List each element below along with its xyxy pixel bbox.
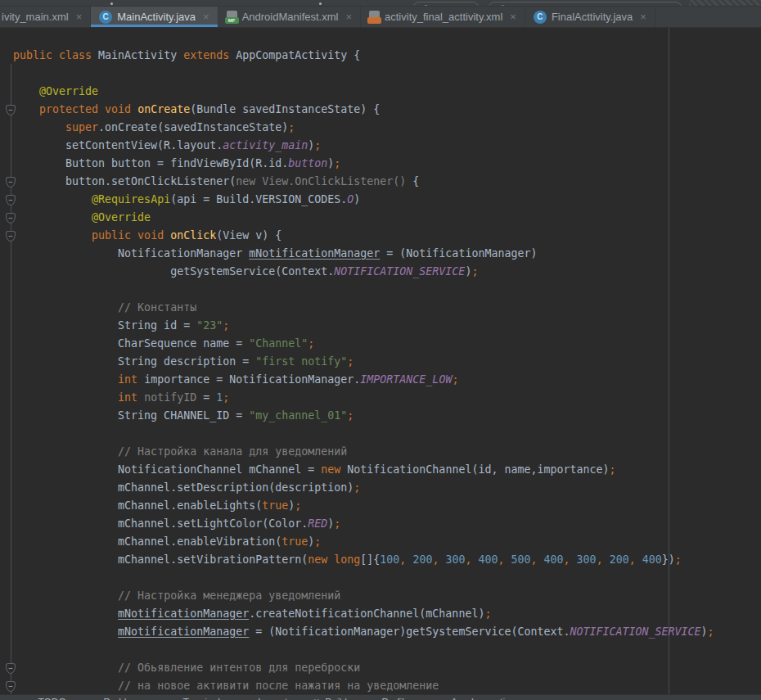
code-token: IMPORTANCE_LOW [360,373,452,386]
code-token: "Channel" [249,337,308,350]
code-token: button.setOnClickListener( [13,175,236,187]
tab-close-icon[interactable]: × [640,11,646,23]
code-token: ; [675,553,682,566]
tab-label: activity_final_acttivity.xml [385,11,502,23]
code-token: NOTIFICATION_SERVICE [334,265,465,278]
code-token [13,589,118,602]
code-token: int [118,391,144,404]
code-token: []{ [360,553,380,566]
status-item-terminal[interactable]: ▣Terminal [169,697,220,700]
code-token: extends [183,49,236,61]
code-token: ; [223,391,229,404]
code-token: @Override [92,211,151,224]
code-token: @Override [39,85,98,97]
code-token: String id = [13,319,196,332]
code-line: mNotificationManager = (NotificationMana… [13,623,714,641]
code-line: Button button = findViewById(R.id.button… [13,155,714,173]
code-token: // Константы [118,301,196,314]
manifest-badge: MF [225,17,239,24]
code-token: Button button = findViewById(R.id. [13,157,288,169]
code-token [13,373,118,386]
tab-close-icon[interactable]: × [76,11,83,23]
code-line: // Настройка менеджера уведомлений [13,587,714,605]
build-icon: ⚒ [312,698,320,700]
status-item-logcat[interactable]: ▤Logcat [245,697,287,700]
code-token: onClick [170,229,216,242]
code-token: String CHANNEL_ID = [13,409,249,422]
code-token: public void [92,229,170,242]
code-token: importance = NotificationManager. [144,373,360,386]
code-token [13,625,118,638]
code-line: public class MainActivity extends AppCom… [13,47,714,65]
code-token: ; [334,517,340,530]
tab-ivity-main-xml[interactable]: ivity_main.xml× [0,7,91,27]
code-area[interactable]: public class MainActivity extends AppCom… [13,47,714,694]
code-token: 200 [610,553,629,566]
code-token: CharSequence name = [13,337,249,350]
code-token: ; [347,409,353,422]
editor[interactable]: public class MainActivity extends AppCom… [0,28,761,694]
manifest-file-icon: MF [227,11,237,23]
code-line [13,425,714,443]
code-token: super [65,121,98,133]
editor-tabs: ivity_main.xml×CMainActivity.java×MFAndr… [0,7,761,28]
code-token: = (NotificationManager) [380,247,537,260]
code-token: public class [13,49,98,61]
status-item-label: Profiler [382,697,413,700]
code-line: // Константы [13,299,714,317]
status-item-todo[interactable]: ≡TODO [28,697,66,700]
tab-close-icon[interactable]: × [345,11,352,23]
tab-mainactivity-java[interactable]: CMainActivity.java× [91,7,218,27]
status-item-problems[interactable]: ◉Problems [91,697,145,700]
code-line: getSystemService(Context.NOTIFICATION_SE… [13,263,714,281]
app-inspection-icon: ▥ [438,698,446,700]
code-line: mChannel.enableVibration(true); [13,533,714,551]
code-token: new View.OnClickListener() [236,175,412,187]
code-line: int notifyID = 1; [13,389,714,407]
code-line: mChannel.setVibrationPattern(new long[]{… [13,551,714,569]
code-token: 400 [478,553,498,566]
code-line: mNotificationManager.createNotificationC… [13,605,714,623]
code-line: @RequiresApi(api = Build.VERSION_CODES.O… [13,191,714,209]
code-line: button.setOnClickListener(new View.OnCli… [13,173,714,191]
code-token: true [281,535,308,548]
fold-guide-line [11,64,11,694]
code-token: NotificationManager [13,247,249,260]
tab-androidmanifest-xml[interactable]: MFAndroidManifest.xml× [218,7,361,27]
code-token: , [597,553,610,566]
status-item-label: Terminal [183,697,220,700]
code-token: ; [314,535,321,548]
code-line: public void onClick(View v) { [13,227,714,245]
code-token: ; [610,463,616,476]
code-token: ; [708,625,714,638]
status-item-app-inspection[interactable]: ▥App Inspection [438,697,516,700]
code-token: // на новое активити после нажатия на ув… [118,680,439,692]
code-line: NotificationManager mNotificationManager… [13,245,714,263]
code-token: .createNotificationChannel(mChannel) [249,607,484,620]
code-token: = (NotificationManager)getSystemService(… [249,625,570,638]
code-token [13,445,118,458]
code-token [13,229,92,242]
code-token: , [531,553,544,566]
code-token: @RequiresApi [92,193,170,205]
code-token: ; [308,337,314,350]
java-class-icon: C [534,11,547,24]
code-token: mNotificationManager [249,247,380,260]
status-item-profiler[interactable]: ◔Profiler [371,697,413,700]
status-item-label: Build [325,697,347,700]
tab-close-icon[interactable]: × [510,11,516,23]
tab-close-icon[interactable]: × [203,11,209,23]
code-token: NotificationChannel(id, name,importance) [347,463,609,476]
status-item-label: Logcat [258,697,287,700]
tab-activity-final-acttivity-xml[interactable]: activity_final_acttivity.xml× [361,7,525,27]
code-token: // Настройка менеджера уведомлений [118,589,340,602]
code-line: // Настройка канала для уведомлений [13,443,714,461]
code-token: AppCompatActivity { [236,49,360,61]
status-item-build[interactable]: ⚒Build [312,697,347,700]
code-token: { [412,175,419,187]
code-token: onCreate [137,103,190,115]
tab-finalacttivity-java[interactable]: CFinalActtivity.java× [525,7,655,27]
code-token: mChannel.setVibrationPattern( [13,553,308,566]
code-token: (View v) { [216,229,281,242]
code-line: CharSequence name = "Channel"; [13,335,714,353]
